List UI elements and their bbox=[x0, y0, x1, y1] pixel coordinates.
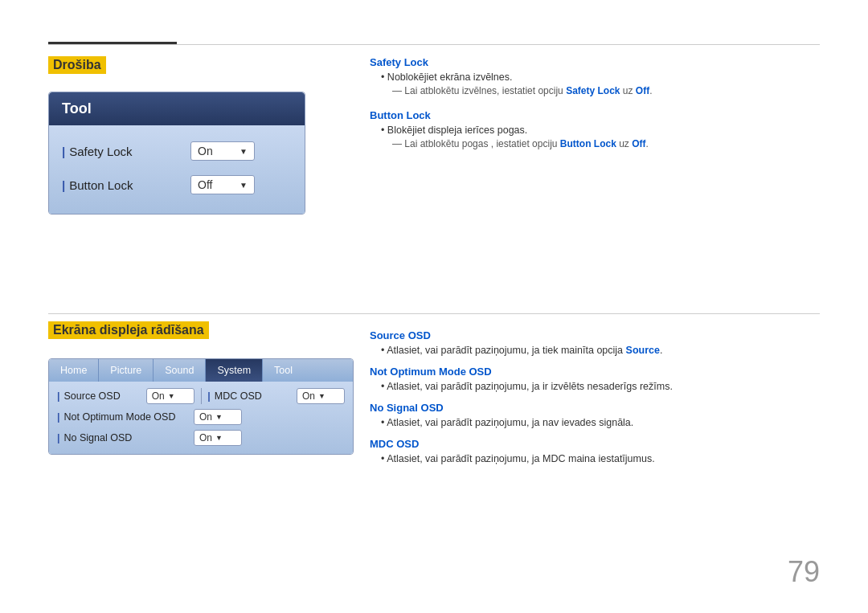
tab-system[interactable]: System bbox=[206, 359, 263, 382]
source-osd-value: On bbox=[152, 390, 165, 402]
not-optimum-desc-bullet: Atlasiet, vai parādīt paziņojumu, ja ir … bbox=[381, 381, 820, 392]
no-signal-select[interactable]: On ▼ bbox=[194, 430, 242, 446]
not-optimum-label: Not Optimum Mode OSD bbox=[57, 411, 194, 423]
osd-body: Source OSD On ▼ MDC OSD On ▼ Not Optimum… bbox=[49, 382, 353, 454]
button-lock-label: Button Lock bbox=[62, 178, 190, 192]
button-lock-value: Off bbox=[198, 178, 235, 191]
no-signal-arrow: ▼ bbox=[215, 434, 223, 442]
section2-title: Ekrāna displeja rādīšana bbox=[48, 321, 209, 339]
tool-panel-header: Tool bbox=[49, 92, 305, 125]
no-signal-label: No Signal OSD bbox=[57, 432, 194, 443]
source-osd-bullet: Atlasiet, vai parādīt paziņojumu, ja tie… bbox=[381, 345, 820, 356]
button-lock-select[interactable]: Off ▼ bbox=[190, 175, 255, 194]
safety-lock-arrow: ▼ bbox=[240, 147, 248, 156]
source-osd-row: Source OSD On ▼ MDC OSD On ▼ bbox=[57, 388, 345, 404]
safety-lock-desc-title: Safety Lock bbox=[370, 56, 820, 68]
safety-lock-value: On bbox=[198, 145, 235, 157]
tab-sound[interactable]: Sound bbox=[154, 359, 206, 382]
desc-panel-section2: Source OSD Atlasiet, vai parādīt paziņoj… bbox=[370, 329, 820, 467]
source-osd-desc-title: Source OSD bbox=[370, 329, 820, 341]
mdc-osd-label: MDC OSD bbox=[207, 390, 297, 402]
source-osd-select[interactable]: On ▼ bbox=[146, 388, 194, 404]
source-osd-arrow: ▼ bbox=[168, 392, 175, 400]
osd-tabs: Home Picture Sound System Tool bbox=[49, 359, 353, 382]
button-lock-sub: Lai atblokētu pogas , iestatiet opciju B… bbox=[392, 138, 820, 149]
no-signal-row: No Signal OSD On ▼ bbox=[57, 430, 345, 446]
tab-home[interactable]: Home bbox=[49, 359, 99, 382]
mid-divider-line bbox=[48, 313, 820, 314]
not-optimum-desc-title: Not Optimum Mode OSD bbox=[370, 366, 820, 378]
tool-panel-body: Safety Lock On ▼ Button Lock Off ▼ bbox=[49, 125, 305, 214]
mdc-osd-desc-title: MDC OSD bbox=[370, 438, 820, 450]
button-lock-arrow: ▼ bbox=[240, 181, 248, 190]
safety-lock-select[interactable]: On ▼ bbox=[190, 141, 255, 161]
section1-title: Drošiba bbox=[48, 56, 106, 74]
not-optimum-row: Not Optimum Mode OSD On ▼ bbox=[57, 409, 345, 425]
osd-panel: Home Picture Sound System Tool Source OS… bbox=[48, 358, 354, 455]
mdc-osd-desc-bullet: Atlasiet, vai parādīt paziņojumu, ja MDC… bbox=[381, 453, 820, 464]
mdc-osd-value: On bbox=[302, 390, 315, 402]
no-signal-desc-title: No Signal OSD bbox=[370, 402, 820, 414]
safety-lock-label: Safety Lock bbox=[62, 145, 190, 158]
button-lock-highlight: Button Lock bbox=[560, 138, 616, 149]
button-lock-off-highlight: Off bbox=[632, 138, 645, 149]
mdc-osd-arrow: ▼ bbox=[318, 392, 326, 400]
safety-lock-sub: Lai atblokētu izvēlnes, iestatiet opciju… bbox=[392, 85, 820, 96]
mdc-osd-select[interactable]: On ▼ bbox=[297, 388, 345, 404]
button-lock-desc-title: Button Lock bbox=[370, 109, 820, 121]
safety-lock-bullet: Noblokējiet ekrāna izvēlnes. bbox=[381, 72, 820, 83]
osd-row1-divider bbox=[201, 388, 202, 404]
not-optimum-value: On bbox=[199, 411, 212, 423]
safety-lock-row: Safety Lock On ▼ bbox=[62, 141, 292, 161]
safety-lock-off-highlight: Off bbox=[636, 85, 649, 96]
button-lock-bullet: Blokējiet displeja ierīces pogas. bbox=[381, 125, 820, 136]
not-optimum-select[interactable]: On ▼ bbox=[194, 409, 242, 425]
source-highlight: Source bbox=[626, 345, 660, 356]
no-signal-desc-bullet: Atlasiet, vai parādīt paziņojumu, ja nav… bbox=[381, 417, 820, 428]
top-divider-line bbox=[48, 44, 820, 45]
safety-lock-highlight: Safety Lock bbox=[566, 85, 620, 96]
section2: Ekrāna displeja rādīšana Home Picture So… bbox=[48, 321, 354, 455]
not-optimum-arrow: ▼ bbox=[215, 413, 223, 421]
page-number: 79 bbox=[788, 555, 820, 589]
tab-picture[interactable]: Picture bbox=[99, 359, 154, 382]
tool-panel: Tool Safety Lock On ▼ Button Lock Off ▼ bbox=[48, 92, 305, 215]
tab-tool[interactable]: Tool bbox=[263, 359, 304, 382]
button-lock-row: Button Lock Off ▼ bbox=[62, 175, 292, 194]
desc-panel-section1: Safety Lock Noblokējiet ekrāna izvēlnes.… bbox=[370, 56, 820, 152]
no-signal-value: On bbox=[199, 432, 212, 443]
source-osd-label: Source OSD bbox=[57, 390, 146, 402]
